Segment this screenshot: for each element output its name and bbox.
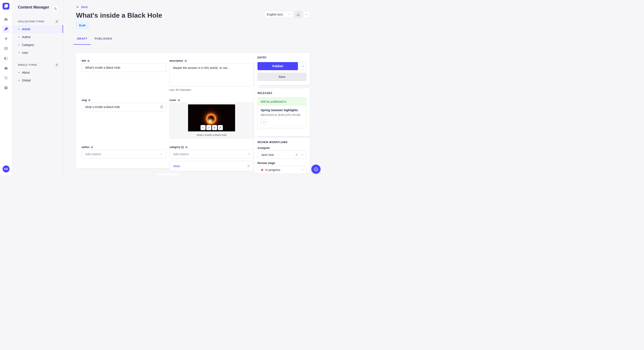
entry-more-button[interactable]: [300, 62, 306, 70]
category-relation-select[interactable]: Add relation: [170, 150, 254, 159]
copy-link-button[interactable]: [206, 125, 211, 130]
field-description: description Maybe the answer is in this …: [170, 59, 254, 91]
pencil-icon: [219, 126, 222, 129]
locale-select[interactable]: English (en): [264, 11, 293, 18]
review-heading: REVIEW WORKFLOWS: [258, 141, 306, 144]
release-card: Will be published in Spring Summer highl…: [258, 97, 306, 128]
user-avatar[interactable]: KD: [2, 166, 10, 173]
nav-home[interactable]: [2, 15, 10, 23]
nav-settings[interactable]: [2, 84, 10, 92]
svg-text:?: ?: [316, 168, 317, 170]
header-more-button[interactable]: [303, 11, 310, 18]
author-label: author: [82, 146, 90, 149]
bullet-icon: [18, 29, 20, 29]
link-icon: [208, 126, 210, 129]
nav-releases[interactable]: [2, 35, 10, 43]
sidebar-item-article[interactable]: Article: [12, 25, 63, 33]
sidebar-item-label: Global: [22, 79, 30, 82]
stage-value: In progress: [265, 168, 301, 172]
layout-icon: [4, 56, 8, 61]
bullet-icon: [18, 44, 20, 45]
title-input[interactable]: [82, 63, 166, 72]
back-link[interactable]: Back: [76, 5, 88, 9]
cover-field: what-s-inside-a-black-hole: [170, 103, 254, 138]
bullet-icon: [18, 52, 20, 53]
assignee-label: Assignee: [258, 146, 306, 150]
add-asset-button[interactable]: [200, 125, 206, 130]
version-tabs: DRAFT PUBLISHED: [74, 35, 116, 45]
review-stage-select[interactable]: In progress: [258, 166, 306, 174]
description-hint: max. 80 characters: [170, 88, 254, 91]
more-horizontal-icon: [301, 64, 305, 68]
publish-button[interactable]: Publish: [258, 62, 298, 70]
arrow-left-icon: [76, 5, 80, 9]
release-more-button[interactable]: [261, 119, 268, 125]
release-date: 09/11/2024 at 16:00 (UTC+02:00): [261, 114, 303, 117]
releases-heading: RELEASES: [258, 92, 306, 95]
field-slug: slug: [82, 99, 166, 111]
single-types-header: SINGLE TYPES 2: [12, 61, 63, 68]
globe-icon: [90, 146, 93, 149]
cover-actions: [200, 125, 223, 130]
trash-icon: [213, 126, 216, 129]
globe-icon: [87, 59, 90, 62]
field-title: title: [82, 59, 166, 72]
globe-icon: [184, 59, 187, 62]
home-icon: [4, 17, 8, 21]
release-name: Spring Summer highlights: [261, 108, 303, 112]
single-types-count: 2: [54, 63, 59, 67]
entry-heading: ENTRY: [258, 56, 306, 59]
category-relation-item: news: [170, 161, 254, 171]
field-author: author Add relation: [82, 146, 166, 159]
nav-media-library[interactable]: [2, 45, 10, 52]
header-actions: English (en): [264, 11, 310, 18]
sidebar-item-about[interactable]: About: [12, 68, 63, 76]
sidebar-divider: [18, 15, 23, 15]
category-relation-link[interactable]: news: [173, 164, 180, 168]
author-relation-select[interactable]: Add relation: [82, 150, 166, 159]
cover-image[interactable]: [188, 104, 235, 131]
nav-content-manager[interactable]: [2, 25, 10, 33]
export-button[interactable]: [295, 11, 302, 18]
sidebar-item-user[interactable]: User: [12, 49, 63, 57]
more-horizontal-icon: [305, 13, 308, 16]
search-button[interactable]: [52, 5, 59, 12]
sidebar-item-author[interactable]: Author: [12, 33, 63, 41]
nav-content-type-builder[interactable]: [2, 55, 10, 62]
description-textarea[interactable]: Maybe the answer is in this article, or …: [170, 63, 254, 86]
regenerate-icon[interactable]: [160, 105, 163, 109]
chevron-down-icon: [301, 154, 304, 156]
globe-icon: [185, 146, 188, 149]
slug-input[interactable]: [85, 105, 160, 109]
strapi-logo[interactable]: [2, 3, 9, 9]
nav-marketplace[interactable]: [2, 74, 10, 82]
releases-panel: RELEASES Will be published in Spring Sum…: [254, 88, 310, 136]
nav-deploy[interactable]: [2, 64, 10, 72]
question-mark-icon: ?: [314, 167, 318, 172]
tab-draft[interactable]: DRAFT: [74, 35, 91, 45]
main-nav-icons: [0, 15, 12, 92]
feather-icon: [4, 27, 8, 31]
delete-asset-button[interactable]: [212, 125, 217, 130]
edit-asset-button[interactable]: [218, 125, 223, 130]
sidebar-item-category[interactable]: Category: [12, 41, 63, 49]
chevron-down-icon: [301, 169, 304, 171]
slug-field: [82, 103, 166, 111]
collection-types-header: COLLECTION TYPES 4: [12, 18, 63, 25]
author-placeholder: Add relation: [85, 153, 101, 156]
download-icon: [296, 13, 300, 16]
status-badge: Draft: [76, 22, 88, 28]
help-button[interactable]: ?: [311, 165, 320, 174]
title-label: title: [82, 59, 86, 62]
remove-relation-icon[interactable]: [247, 164, 250, 168]
globe-icon: [88, 99, 91, 102]
sidebar-item-global[interactable]: Global: [12, 76, 63, 84]
assignee-select[interactable]: Jane Doe: [258, 151, 306, 159]
search-icon: [54, 7, 57, 10]
clear-assignee-icon[interactable]: [295, 153, 298, 157]
tab-published[interactable]: PUBLISHED: [91, 35, 116, 45]
locale-value: English (en): [267, 13, 283, 16]
floating-toolbar[interactable]: [156, 174, 180, 175]
save-button[interactable]: Save: [258, 73, 306, 81]
sidebar-item-label: Article: [22, 27, 30, 31]
